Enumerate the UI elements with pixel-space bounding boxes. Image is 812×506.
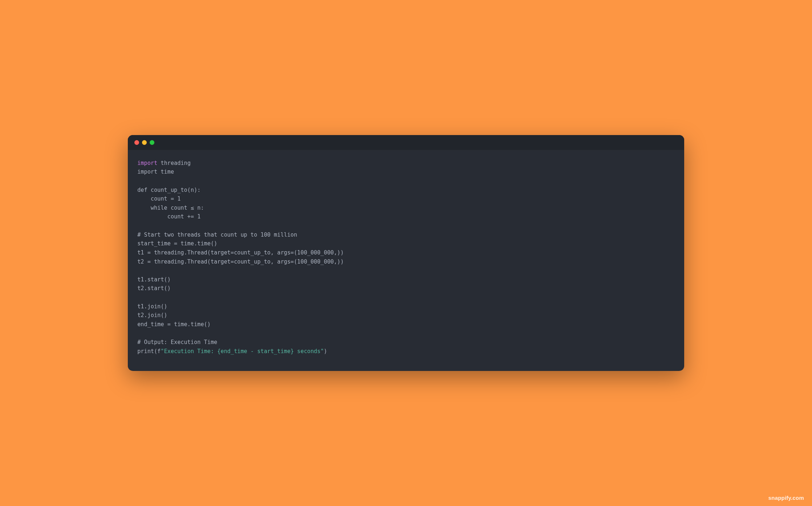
code-line: count = 1	[137, 195, 181, 202]
code-token: import time	[137, 169, 174, 175]
code-token: t1 = threading.Thread(target=count_up_to…	[137, 249, 344, 256]
code-block: import threading import time def count_u…	[128, 150, 684, 371]
code-line: while count ≤ n:	[137, 205, 204, 211]
code-line: print(f"Execution Time: {end_time - star…	[137, 348, 327, 355]
code-line: start_time = time.time()	[137, 240, 217, 247]
close-icon[interactable]	[134, 140, 139, 145]
code-line: # Output: Execution Time	[137, 339, 217, 345]
watermark: snappify.com	[768, 495, 804, 501]
code-window: import threading import time def count_u…	[128, 135, 684, 371]
maximize-icon[interactable]	[150, 140, 154, 145]
code-token: print(f	[137, 348, 161, 355]
code-token: "Execution Time: {end_time - start_time}…	[161, 348, 324, 355]
code-token: t1.start()	[137, 276, 170, 283]
code-token: t2.join()	[137, 312, 167, 319]
code-line: def count_up_to(n):	[137, 187, 201, 193]
code-token: import	[137, 160, 157, 166]
code-token: while count ≤ n:	[137, 205, 204, 211]
code-line: t2.start()	[137, 285, 170, 292]
code-token: t2.start()	[137, 285, 170, 292]
code-line: t2.join()	[137, 312, 167, 319]
code-line: # Start two threads that count up to 100…	[137, 232, 297, 238]
code-token: threading	[157, 160, 190, 166]
code-line: import time	[137, 169, 174, 175]
minimize-icon[interactable]	[142, 140, 147, 145]
code-token: t1.join()	[137, 303, 167, 310]
code-token: count = 1	[137, 195, 181, 202]
window-titlebar	[128, 135, 684, 150]
code-token: start_time = time.time()	[137, 240, 217, 247]
code-line: end_time = time.time()	[137, 321, 210, 328]
code-token: count += 1	[137, 213, 201, 220]
code-line: t2 = threading.Thread(target=count_up_to…	[137, 258, 344, 265]
code-token: # Start two threads that count up to 100…	[137, 232, 297, 238]
code-token: def count_up_to(n):	[137, 187, 201, 193]
code-token: t2 = threading.Thread(target=count_up_to…	[137, 258, 344, 265]
code-line: t1.start()	[137, 276, 170, 283]
code-token: # Output: Execution Time	[137, 339, 217, 345]
code-line: count += 1	[137, 213, 201, 220]
code-line: t1 = threading.Thread(target=count_up_to…	[137, 249, 344, 256]
code-line: t1.join()	[137, 303, 167, 310]
code-token: )	[324, 348, 327, 355]
code-line: import threading	[137, 160, 190, 166]
code-token: end_time = time.time()	[137, 321, 210, 328]
